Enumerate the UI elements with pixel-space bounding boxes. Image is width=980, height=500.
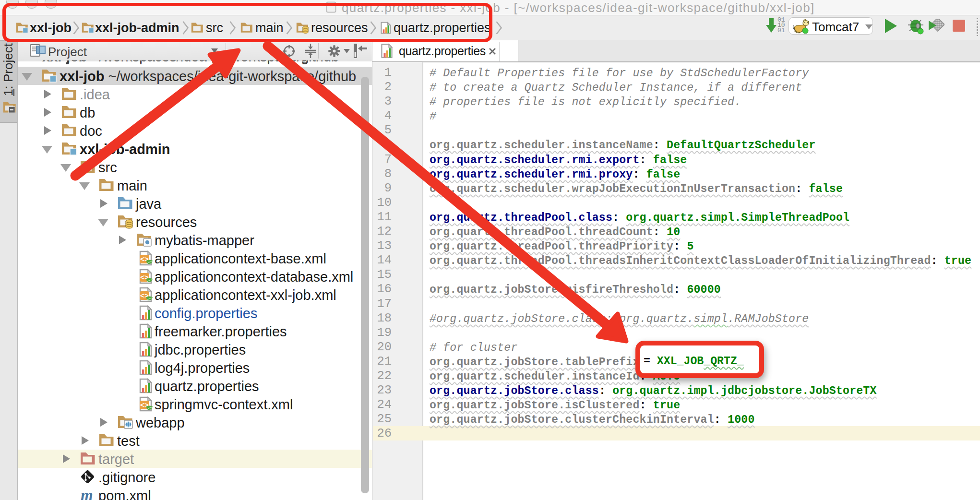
svg-text:m: m bbox=[81, 488, 93, 500]
